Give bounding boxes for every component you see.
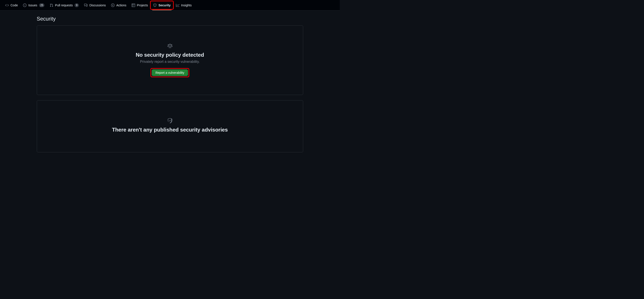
tab-actions[interactable]: Actions	[109, 0, 128, 10]
tab-label: Projects	[137, 3, 148, 7]
tab-security[interactable]: Security	[151, 0, 172, 10]
tab-issues[interactable]: Issues 25	[21, 0, 46, 10]
shield-icon	[153, 3, 156, 7]
tab-label: Issues	[28, 3, 37, 7]
play-icon	[111, 3, 114, 7]
tab-label: Actions	[116, 3, 126, 7]
tab-count-badge: 25	[39, 3, 44, 7]
graph-icon	[176, 3, 180, 7]
tab-label: Discussions	[89, 3, 106, 7]
report-vulnerability-button[interactable]: Report a vulnerability	[152, 69, 188, 76]
issue-icon	[23, 3, 26, 7]
discussions-icon	[84, 3, 88, 7]
tab-pull-requests[interactable]: Pull requests 9	[48, 0, 80, 10]
tab-projects[interactable]: Projects	[130, 0, 150, 10]
tab-discussions[interactable]: Discussions	[82, 0, 108, 10]
security-policy-panel: No security policy detected Privately re…	[37, 25, 303, 95]
tab-count-badge: 9	[74, 3, 79, 7]
panel-subtitle: Privately report a security vulnerabilit…	[140, 60, 200, 64]
law-icon	[167, 43, 172, 48]
table-icon	[132, 3, 135, 7]
tab-code[interactable]: Code	[4, 0, 20, 10]
tab-label: Pull requests	[55, 3, 73, 7]
security-advisories-panel: There aren't any published security advi…	[37, 100, 303, 152]
tab-insights[interactable]: Insights	[174, 0, 194, 10]
repo-tab-nav: Code Issues 25 Pull requests 9 Discussio…	[0, 0, 340, 10]
panel-title: There aren't any published security advi…	[112, 127, 228, 133]
page-container: Security No security policy detected Pri…	[30, 10, 310, 160]
panel-title: No security policy detected	[136, 52, 204, 58]
tab-label: Security	[158, 3, 170, 7]
pull-request-icon	[50, 3, 53, 7]
tab-label: Code	[10, 3, 18, 7]
highlight-annotation: Report a vulnerability	[150, 68, 190, 77]
page-title: Security	[37, 16, 303, 22]
code-icon	[5, 3, 9, 7]
shield-check-icon	[167, 118, 172, 123]
tab-label: Insights	[181, 3, 192, 7]
